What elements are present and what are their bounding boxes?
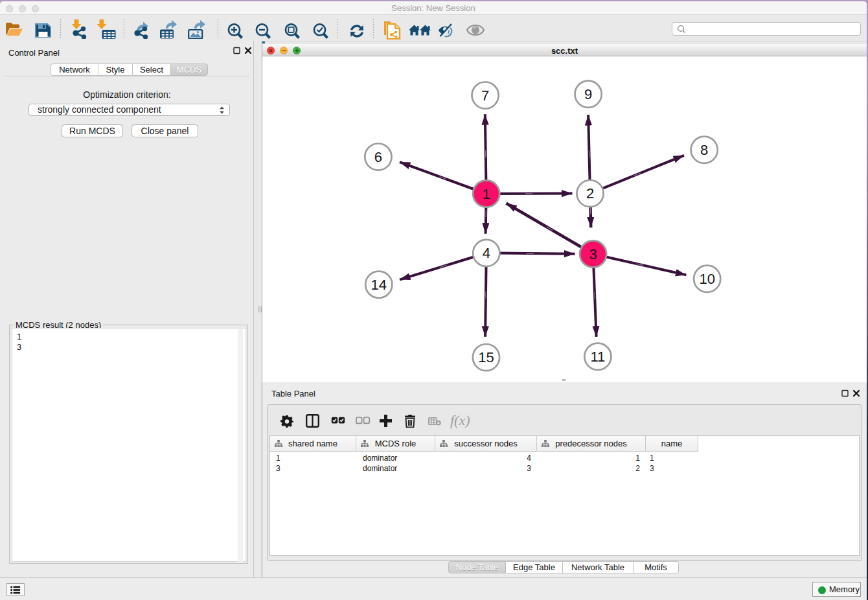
svg-text:2: 2 [586, 185, 594, 202]
svg-text:4: 4 [483, 245, 490, 261]
svg-text:14: 14 [371, 277, 387, 293]
svg-text:9: 9 [584, 86, 592, 102]
svg-text:7: 7 [481, 87, 489, 104]
svg-text:1: 1 [483, 186, 490, 202]
svg-text:6: 6 [374, 149, 382, 165]
svg-text:11: 11 [590, 349, 605, 365]
svg-text:10: 10 [699, 271, 714, 287]
svg-text:3: 3 [589, 246, 597, 262]
svg-text:15: 15 [478, 349, 494, 365]
svg-text:8: 8 [700, 142, 708, 158]
